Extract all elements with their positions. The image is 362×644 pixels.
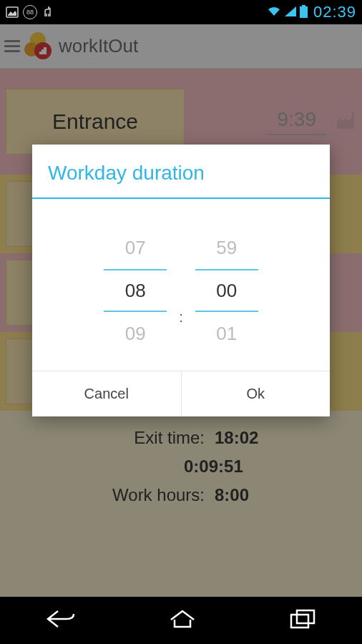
image-icon xyxy=(6,6,19,19)
minutes-picker[interactable]: 59 00 01 xyxy=(187,226,266,355)
hours-picker[interactable]: 07 08 09 xyxy=(96,226,175,355)
hours-next[interactable]: 09 xyxy=(125,312,146,355)
time-separator: : xyxy=(175,279,187,355)
svg-rect-1 xyxy=(302,5,305,6)
dialog-title: Workday duration xyxy=(32,145,330,199)
badge-icon: 88 xyxy=(23,5,37,19)
minutes-prev[interactable]: 59 xyxy=(216,226,237,269)
svg-rect-2 xyxy=(300,6,308,18)
status-clock: 02:39 xyxy=(313,3,356,21)
llama-icon xyxy=(41,6,54,19)
svg-rect-3 xyxy=(291,615,308,628)
ok-button[interactable]: Ok xyxy=(182,371,331,416)
minutes-current[interactable]: 00 xyxy=(195,269,258,312)
modal-overlay[interactable]: Workday duration 07 08 09 : 59 00 01 Can… xyxy=(0,24,362,597)
cancel-button[interactable]: Cancel xyxy=(32,371,182,416)
home-button[interactable] xyxy=(167,608,198,633)
hours-prev[interactable]: 07 xyxy=(125,226,146,269)
signal-icon xyxy=(284,6,297,19)
back-button[interactable] xyxy=(45,608,77,633)
battery-icon xyxy=(300,5,308,20)
workday-duration-dialog: Workday duration 07 08 09 : 59 00 01 Can… xyxy=(32,145,330,416)
minutes-next[interactable]: 01 xyxy=(216,312,237,355)
status-bar: 88 02:39 xyxy=(0,0,362,24)
recent-apps-button[interactable] xyxy=(288,608,317,633)
time-picker: 07 08 09 : 59 00 01 xyxy=(32,199,330,371)
nav-bar xyxy=(0,597,362,644)
svg-rect-4 xyxy=(297,610,314,623)
wifi-icon xyxy=(267,6,281,19)
hours-current[interactable]: 08 xyxy=(104,269,167,312)
